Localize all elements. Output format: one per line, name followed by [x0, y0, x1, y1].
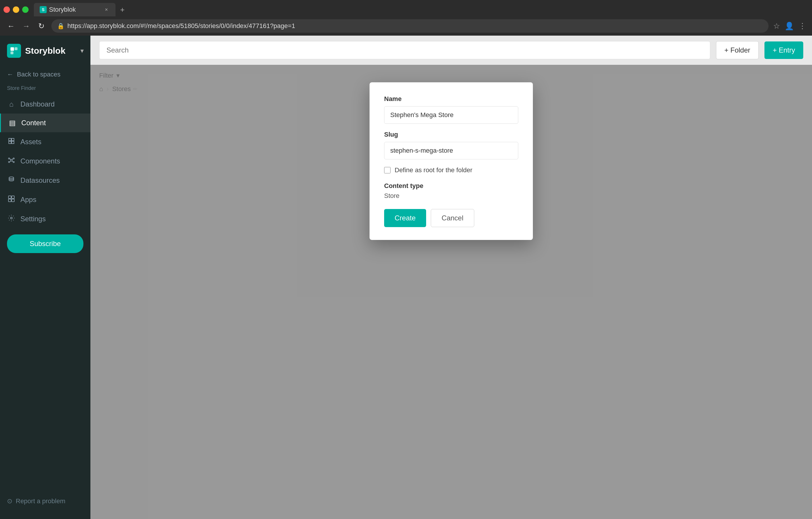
svg-rect-20 [12, 199, 14, 202]
svg-line-15 [12, 161, 13, 162]
sidebar-item-components[interactable]: Components [0, 152, 90, 171]
content-type-label: Content type [384, 182, 518, 190]
subscribe-section: Subscribe [7, 235, 83, 253]
svg-point-16 [9, 177, 14, 179]
content-icon: ▤ [8, 119, 17, 127]
lock-icon: 🔒 [57, 23, 64, 29]
sidebar-item-label: Settings [21, 215, 46, 223]
svg-rect-0 [10, 47, 14, 51]
root-checkbox-label: Define as root for the folder [395, 166, 472, 174]
nav-back-btn[interactable]: ← [6, 22, 16, 31]
svg-rect-1 [14, 47, 18, 50]
back-arrow-icon: ← [7, 71, 13, 78]
sidebar-dropdown-icon[interactable]: ▾ [81, 47, 83, 54]
back-to-spaces-label: Back to spaces [17, 71, 60, 78]
browser-actions: ☆ 👤 ⋮ [773, 22, 806, 31]
sidebar-item-content[interactable]: ▤ Content [0, 113, 90, 132]
nav-forward-btn[interactable]: → [21, 22, 31, 31]
components-icon [7, 157, 16, 165]
svg-rect-5 [9, 141, 11, 144]
sidebar-item-label: Components [21, 157, 60, 165]
url-bar[interactable]: 🔒 https://app.storyblok.com/#!/me/spaces… [51, 19, 768, 33]
traffic-light-close[interactable] [3, 6, 10, 13]
assets-icon [7, 137, 16, 146]
main-header: + Folder + Entry [90, 36, 812, 65]
create-button[interactable]: Create [384, 209, 426, 227]
svg-line-13 [12, 159, 13, 160]
sidebar-item-label: Datasources [21, 176, 60, 185]
sidebar-item-datasources[interactable]: Datasources [0, 171, 90, 190]
create-entry-modal: Name Slug Define as root for the folder … [370, 82, 533, 240]
sidebar-logo: Storyblok ▾ [0, 36, 90, 66]
svg-rect-6 [12, 141, 14, 144]
cancel-button[interactable]: Cancel [431, 209, 474, 227]
logo-text: Storyblok [25, 46, 65, 56]
tab-bar: S Storyblok × + [0, 0, 812, 16]
svg-point-10 [8, 161, 10, 163]
main-content: + Folder + Entry Filter ▾ ⌂ › Stores ✏ N… [90, 36, 812, 519]
report-problem-btn[interactable]: ⊙ Report a problem [0, 492, 90, 510]
svg-rect-17 [8, 196, 11, 198]
back-to-spaces-btn[interactable]: ← Back to spaces [0, 66, 90, 83]
sidebar-item-apps[interactable]: Apps [0, 190, 90, 209]
traffic-light-minimize[interactable] [13, 6, 19, 13]
name-field-label: Name [384, 95, 518, 103]
app-container: Storyblok ▾ ← Back to spaces Store Finde… [0, 36, 812, 519]
sidebar: Storyblok ▾ ← Back to spaces Store Finde… [0, 36, 90, 519]
add-folder-button[interactable]: + Folder [716, 41, 759, 59]
modal-overlay: Name Slug Define as root for the folder … [90, 65, 812, 519]
name-input[interactable] [384, 106, 518, 124]
svg-rect-3 [9, 138, 11, 141]
slug-field-label: Slug [384, 131, 518, 138]
svg-point-21 [10, 217, 12, 219]
nav-refresh-btn[interactable]: ↻ [36, 22, 47, 31]
sidebar-item-label: Assets [21, 138, 41, 146]
accounts-icon[interactable]: 👤 [785, 22, 794, 31]
tab-title: Storyblok [49, 6, 76, 13]
svg-rect-19 [8, 199, 11, 202]
apps-icon [7, 195, 16, 204]
svg-point-9 [13, 158, 14, 159]
sidebar-item-label: Apps [21, 196, 36, 204]
svg-point-8 [8, 158, 10, 159]
subscribe-button[interactable]: Subscribe [7, 235, 83, 253]
sidebar-item-label: Dashboard [21, 100, 55, 108]
svg-point-11 [13, 161, 14, 163]
space-name-label: Store Finder [0, 83, 90, 95]
report-label: Report a problem [16, 497, 65, 505]
svg-rect-2 [10, 51, 13, 54]
svg-line-12 [10, 159, 11, 160]
traffic-light-maximize[interactable] [22, 6, 29, 13]
browser-chrome: S Storyblok × + ← → ↻ 🔒 https://app.stor… [0, 0, 812, 36]
search-input[interactable] [99, 41, 710, 59]
root-checkbox[interactable] [384, 167, 390, 173]
url-text: https://app.storyblok.com/#!/me/spaces/5… [67, 22, 295, 30]
tab-favicon: S [40, 6, 47, 13]
sidebar-item-label: Content [21, 119, 46, 127]
settings-icon [7, 215, 16, 223]
report-icon: ⊙ [7, 497, 12, 505]
sidebar-item-assets[interactable]: Assets [0, 132, 90, 152]
menu-icon[interactable]: ⋮ [799, 22, 806, 31]
bookmark-icon[interactable]: ☆ [773, 22, 780, 31]
datasources-icon [7, 176, 16, 185]
address-bar: ← → ↻ 🔒 https://app.storyblok.com/#!/me/… [0, 16, 812, 36]
browser-tab[interactable]: S Storyblok × [34, 3, 116, 16]
traffic-lights [3, 6, 29, 13]
root-checkbox-row: Define as root for the folder [384, 166, 518, 174]
slug-input[interactable] [384, 142, 518, 159]
sidebar-item-settings[interactable]: Settings [0, 209, 90, 228]
main-body: Filter ▾ ⌂ › Stores ✏ Name Slug [90, 65, 812, 519]
content-type-value: Store [384, 192, 518, 200]
modal-actions: Create Cancel [384, 209, 518, 227]
sidebar-item-dashboard[interactable]: ⌂ Dashboard [0, 95, 90, 113]
svg-rect-4 [12, 138, 14, 141]
svg-line-14 [10, 161, 11, 162]
add-entry-button[interactable]: + Entry [764, 42, 803, 59]
new-tab-btn[interactable]: + [117, 4, 128, 16]
logo-icon [7, 44, 21, 58]
dashboard-icon: ⌂ [7, 100, 16, 108]
svg-rect-18 [12, 196, 14, 198]
tab-close-btn[interactable]: × [103, 6, 110, 13]
